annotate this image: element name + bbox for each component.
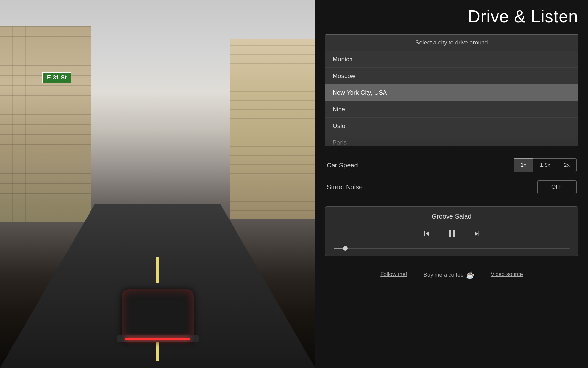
speed-buttons: 1x1.5x2x [514,158,577,172]
prev-button[interactable] [420,227,433,240]
right-panel: Drive & Listen Select a city to drive ar… [315,0,588,368]
source-link[interactable]: Video source [491,271,523,279]
music-player: Groove Salad [325,206,578,256]
progress-thumb [343,246,348,251]
controls-section: Car Speed 1x1.5x2x Street Noise OFF [325,154,578,198]
coffee-icon: ☕ [466,271,474,279]
city-item[interactable]: Paris [325,134,578,146]
city-dropdown-header: Select a city to drive around [325,35,578,51]
street-background: E 31 St [0,0,315,368]
main-car [122,289,194,342]
city-item[interactable]: Nice [325,101,578,118]
station-name: Groove Salad [334,213,570,220]
speed-button-2x[interactable]: 2x [557,158,577,172]
road [0,204,315,368]
progress-bar[interactable] [334,248,570,249]
city-item[interactable]: New York City, USA [325,84,578,101]
street-noise-label: Street Noise [327,184,363,191]
building-left [0,26,91,222]
speed-button-1.5x[interactable]: 1.5x [533,158,557,172]
coffee-link[interactable]: Buy me a coffee ☕ [423,271,474,279]
car-speed-row: Car Speed 1x1.5x2x [325,154,578,176]
building-right [230,39,315,219]
street-noise-row: Street Noise OFF [325,176,578,198]
coffee-text: Buy me a coffee [423,272,464,278]
city-item[interactable]: Moscow [325,68,578,84]
app-title: Drive & Listen [325,7,578,26]
city-dropdown: Select a city to drive around MunichMosc… [325,34,578,146]
noise-toggle-button[interactable]: OFF [537,180,577,194]
speed-button-1x[interactable]: 1x [514,158,533,172]
next-button[interactable] [471,227,483,240]
street-sign: E 31 St [42,72,71,83]
city-item[interactable]: Munich [325,51,578,68]
pause-button[interactable] [444,226,459,241]
footer-links: Follow me! Buy me a coffee ☕ Video sourc… [325,266,578,279]
car-speed-label: Car Speed [327,162,358,169]
city-list[interactable]: MunichMoscowNew York City, USANiceOsloPa… [325,51,578,146]
follow-link[interactable]: Follow me! [380,271,407,279]
street-scene: E 31 St [0,0,315,368]
city-item[interactable]: Oslo [325,118,578,134]
player-controls [334,226,570,241]
